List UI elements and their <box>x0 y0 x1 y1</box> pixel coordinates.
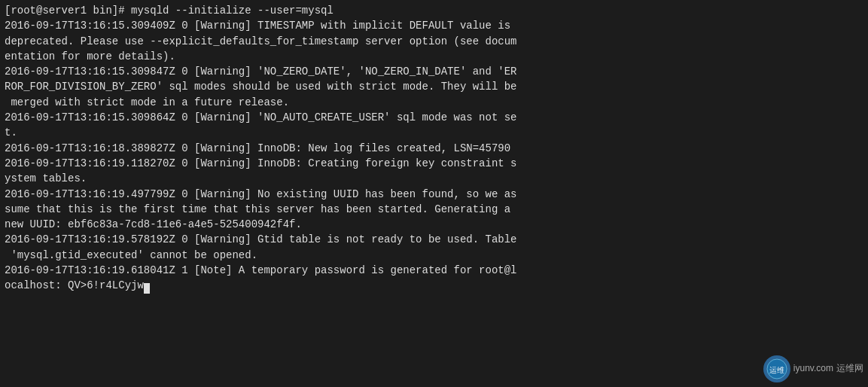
terminal-window: [root@server1 bin]# mysqld --initialize … <box>0 0 868 387</box>
svg-text:运维: 运维 <box>769 366 784 374</box>
terminal-output: [root@server1 bin]# mysqld --initialize … <box>5 3 863 294</box>
watermark: 运维 iyunv.com 运维网 <box>763 355 863 382</box>
watermark-text: iyunv.com <box>793 362 833 375</box>
watermark-label: 运维网 <box>836 362 863 375</box>
watermark-icon: 运维 <box>763 355 790 382</box>
terminal-cursor <box>144 283 150 294</box>
